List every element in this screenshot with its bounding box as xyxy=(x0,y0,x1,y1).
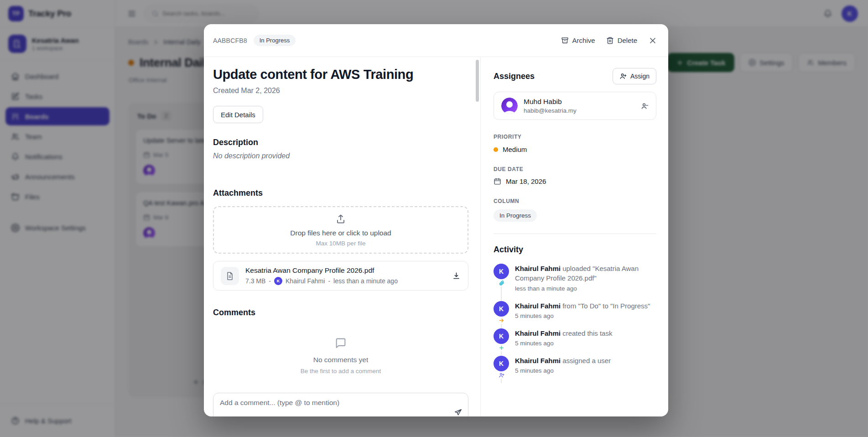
trash-icon xyxy=(606,36,614,44)
modal-header: AABBCFB8 In Progress Archive Delete xyxy=(204,24,668,57)
assignee-card: Muhd Habib habib@kesatria.my xyxy=(494,92,656,120)
activity-content: Khairul Fahmi from "To Do" to "In Progre… xyxy=(515,301,650,319)
activity-user: Khairul Fahmi xyxy=(515,329,561,337)
archive-icon xyxy=(561,36,569,44)
comments-empty-state: No comments yet Be the first to add a co… xyxy=(213,317,468,393)
due-date-row: Mar 18, 2026 xyxy=(494,177,656,185)
task-created-date: Created Mar 2, 2026 xyxy=(213,87,468,95)
activity-item: K Khairul Fahmi assigned a user 5 minute… xyxy=(494,356,656,383)
file-size: 7.3 MB xyxy=(245,277,265,285)
activity-user: Khairul Fahmi xyxy=(515,265,561,272)
comment-bubble-icon xyxy=(334,337,347,349)
comments-heading: Comments xyxy=(213,308,468,317)
be-first-text: Be the first to add a comment xyxy=(301,368,381,375)
activity-time: 5 minutes ago xyxy=(515,340,612,347)
calendar-icon xyxy=(494,177,501,185)
activity-avatar: K xyxy=(494,328,509,344)
separator: - xyxy=(328,277,330,285)
assign-label: Assign xyxy=(630,73,650,80)
modal-header-actions: Archive Delete xyxy=(561,36,657,45)
upload-time: less than a minute ago xyxy=(333,277,398,285)
comment-input[interactable] xyxy=(213,393,468,416)
activity-text: Khairul Fahmi uploaded "Kesatria Awan Co… xyxy=(515,264,656,283)
file-meta: 7.3 MB - K Khairul Fahmi - less than a m… xyxy=(245,277,398,285)
activity-avatar: K xyxy=(494,264,509,279)
assignees-heading: Assignees xyxy=(494,72,535,81)
plus-icon xyxy=(498,344,505,351)
activity-action: created this task xyxy=(562,329,612,337)
activity-item: K Khairul Fahmi created this task 5 minu… xyxy=(494,328,656,356)
task-title: Update content for AWS Training xyxy=(213,67,468,82)
activity-item: K Khairul Fahmi uploaded "Kesatria Awan … xyxy=(494,264,656,301)
uploader-avatar: K xyxy=(274,277,282,285)
archive-label: Archive xyxy=(572,36,595,44)
uploader-name: Khairul Fahmi xyxy=(286,277,325,285)
description-empty-text: No description provided xyxy=(213,152,468,160)
delete-button[interactable]: Delete xyxy=(606,36,637,44)
assignees-header: Assignees Assign xyxy=(494,68,656,84)
assignee-info: Muhd Habib habib@kesatria.my xyxy=(524,98,577,114)
upload-icon xyxy=(335,213,346,224)
paperclip-icon xyxy=(498,280,505,286)
priority-label: PRIORITY xyxy=(494,134,656,140)
priority-value-row: Medium xyxy=(494,146,656,153)
assignee-email: habib@kesatria.my xyxy=(524,107,577,114)
person-avatar xyxy=(501,98,518,114)
divider xyxy=(494,234,656,234)
activity-avatar: K xyxy=(494,301,509,317)
assignee-name: Muhd Habib xyxy=(524,98,577,106)
modal-body: Update content for AWS Training Created … xyxy=(204,57,668,416)
no-comments-text: No comments yet xyxy=(313,356,369,364)
activity-content: Khairul Fahmi assigned a user 5 minutes … xyxy=(515,356,611,374)
task-code: AABBCFB8 xyxy=(213,37,247,44)
activity-text: Khairul Fahmi assigned a user xyxy=(515,356,611,365)
description-heading: Description xyxy=(213,138,468,147)
activity-time: less than a minute ago xyxy=(515,285,656,292)
activity-time: 5 minutes ago xyxy=(515,312,650,319)
activity-content: Khairul Fahmi uploaded "Kesatria Awan Co… xyxy=(515,264,656,292)
activity-action: assigned a user xyxy=(562,357,611,364)
user-plus-icon xyxy=(619,73,627,80)
task-detail-modal: AABBCFB8 In Progress Archive Delete Upda… xyxy=(204,24,668,416)
activity-text: Khairul Fahmi from "To Do" to "In Progre… xyxy=(515,301,650,311)
user-minus-icon[interactable] xyxy=(641,102,649,110)
activity-avatar-wrap: K xyxy=(494,301,509,319)
arrow-right-icon xyxy=(498,317,505,324)
dropzone-subtext: Max 10MB per file xyxy=(316,240,366,247)
activity-avatar: K xyxy=(494,356,509,371)
activity-action: from "To Do" to "In Progress" xyxy=(562,302,650,310)
status-badge: In Progress xyxy=(254,35,296,46)
activity-avatar-wrap: K xyxy=(494,356,509,374)
edit-details-button[interactable]: Edit Details xyxy=(213,106,263,123)
column-value-badge: In Progress xyxy=(494,209,537,222)
modal-main-pane: Update content for AWS Training Created … xyxy=(204,57,481,416)
assign-button[interactable]: Assign xyxy=(613,68,656,84)
separator: - xyxy=(269,277,271,285)
dropzone-text: Drop files here or click to upload xyxy=(290,229,391,237)
close-icon[interactable] xyxy=(648,36,657,45)
due-date-label: DUE DATE xyxy=(494,166,656,172)
scrollbar-thumb[interactable] xyxy=(476,60,479,102)
download-icon[interactable] xyxy=(452,271,461,280)
activity-text: Khairul Fahmi created this task xyxy=(515,328,612,338)
user-plus-icon xyxy=(498,372,505,379)
activity-heading: Activity xyxy=(494,245,656,255)
archive-button[interactable]: Archive xyxy=(561,36,595,44)
send-icon[interactable] xyxy=(454,408,463,416)
attachments-heading: Attachments xyxy=(213,188,468,198)
priority-value: Medium xyxy=(503,146,527,153)
activity-user: Khairul Fahmi xyxy=(515,302,561,310)
file-name: Kesatria Awan Company Profile 2026.pdf xyxy=(245,266,398,275)
comment-input-box xyxy=(213,393,468,416)
due-date-value: Mar 18, 2026 xyxy=(506,177,546,185)
activity-item: K Khairul Fahmi from "To Do" to "In Prog… xyxy=(494,301,656,328)
file-icon xyxy=(221,267,239,285)
activity-avatar-wrap: K xyxy=(494,264,509,292)
column-label: COLUMN xyxy=(494,198,656,204)
file-dropzone[interactable]: Drop files here or click to upload Max 1… xyxy=(213,206,468,254)
attachment-row[interactable]: Kesatria Awan Company Profile 2026.pdf 7… xyxy=(213,261,468,291)
modal-details-pane: Assignees Assign Muhd Habib habib@kesatr… xyxy=(481,57,668,416)
activity-avatar-wrap: K xyxy=(494,328,509,347)
activity-content: Khairul Fahmi created this task 5 minute… xyxy=(515,328,612,347)
priority-dot xyxy=(494,147,498,152)
